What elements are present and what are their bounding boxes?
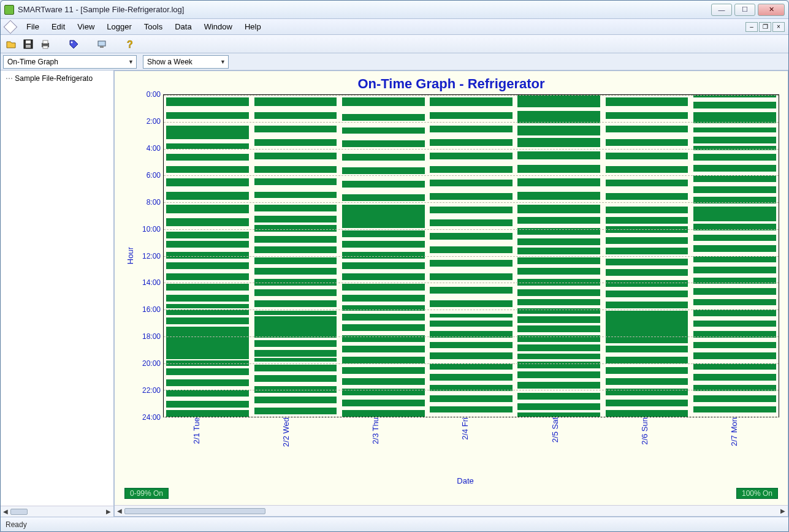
on-interval-bar [693, 102, 776, 108]
on-interval-bar [606, 193, 688, 200]
on-interval-bar [693, 154, 776, 161]
on-interval-bar [254, 192, 337, 199]
on-interval-bar [430, 193, 513, 200]
on-interval-bar [606, 207, 688, 213]
on-interval-bar [606, 269, 688, 276]
x-tick: 2/1 Tue [151, 417, 241, 477]
on-interval-bar [166, 401, 249, 408]
y-axis-label: Hour [123, 247, 135, 264]
on-interval-bar [342, 252, 425, 259]
mdi-restore-button[interactable]: ❐ [759, 22, 771, 32]
on-interval-bar [254, 311, 337, 315]
tag-icon[interactable] [68, 39, 79, 50]
gridline [164, 390, 779, 390]
on-interval-bar [517, 268, 600, 275]
chart-container: On-Time Graph - Refrigerator Hour 0:002:… [115, 71, 788, 505]
menu-file[interactable]: File [21, 21, 44, 32]
on-interval-bar [342, 140, 425, 147]
on-interval-bar [254, 246, 337, 253]
maximize-button[interactable]: ☐ [734, 4, 755, 16]
on-interval-bar [166, 390, 249, 397]
on-interval-bar [342, 167, 425, 174]
on-interval-bar [430, 260, 513, 267]
on-interval-bar [693, 146, 776, 150]
y-tick: 14:00 [142, 278, 161, 287]
graph-type-dropdown[interactable]: On-Time Graph [3, 55, 137, 69]
y-tick: 8:00 [147, 198, 161, 207]
app-menu-icon [4, 20, 18, 34]
on-interval-bar [342, 367, 425, 374]
on-interval-bar [606, 126, 688, 132]
window-title: SMARTware 11 - [Sample File-Refrigerator… [18, 5, 711, 14]
on-interval-bar [606, 248, 688, 254]
y-tick: 2:00 [147, 117, 161, 126]
on-interval-bar [342, 400, 425, 406]
on-interval-bar [606, 226, 688, 233]
on-interval-bar [254, 316, 337, 338]
main-scrollbar[interactable]: ◀▶ [115, 505, 788, 516]
on-interval-bar [606, 280, 688, 287]
on-interval-bar [342, 230, 425, 237]
print-icon[interactable] [40, 39, 51, 50]
close-button[interactable]: ✕ [758, 4, 785, 16]
open-icon[interactable] [6, 39, 17, 50]
tree-item-sample-file[interactable]: Sample File-Refrigerato [1, 70, 113, 86]
time-range-dropdown[interactable]: Show a Week [143, 55, 229, 69]
gridline [164, 417, 779, 417]
workarea: Sample File-Refrigerato ◀▶ On-Time Graph… [1, 70, 788, 517]
on-interval-bar [254, 112, 337, 119]
on-interval-bar [606, 97, 688, 105]
save-icon[interactable] [23, 39, 34, 50]
menu-help[interactable]: Help [240, 21, 266, 32]
menu-edit[interactable]: Edit [47, 21, 70, 32]
menu-view[interactable]: View [72, 21, 99, 32]
on-interval-bar [693, 186, 776, 193]
on-interval-bar [606, 410, 688, 417]
gridline [164, 310, 779, 310]
on-interval-bar [166, 112, 249, 119]
svg-rect-8 [100, 46, 104, 48]
gridline [164, 95, 779, 96]
help-icon[interactable]: ? [124, 39, 135, 50]
on-interval-bar [430, 233, 513, 240]
device-icon[interactable] [96, 39, 107, 50]
on-interval-bar [342, 357, 425, 363]
menu-tools[interactable]: Tools [139, 21, 167, 32]
on-interval-bar [254, 236, 337, 243]
on-interval-bar [430, 363, 513, 370]
on-interval-bar [166, 262, 249, 269]
mdi-minimize-button[interactable]: – [745, 22, 758, 32]
on-interval-bar [166, 143, 249, 149]
on-interval-bar [254, 350, 337, 357]
titlebar[interactable]: SMARTware 11 - [Sample File-Refrigerator… [1, 1, 788, 19]
sidebar-scrollbar[interactable]: ◀▶ [1, 506, 113, 517]
on-interval-bar [517, 316, 600, 323]
on-interval-bar [693, 207, 776, 221]
on-interval-bar [254, 397, 337, 403]
on-interval-bar [254, 139, 337, 146]
on-interval-bar [693, 245, 776, 252]
on-interval-bar [517, 299, 600, 306]
menu-window[interactable]: Window [199, 21, 237, 32]
on-interval-bar [166, 126, 249, 139]
on-interval-bar [693, 137, 776, 143]
gridline [164, 283, 779, 283]
minimize-button[interactable]: — [711, 4, 732, 16]
on-interval-bar [166, 252, 249, 259]
gridline [164, 175, 779, 176]
on-interval-bar [693, 165, 776, 172]
mdi-close-button[interactable]: × [772, 22, 785, 32]
on-interval-bar [254, 97, 337, 105]
x-tick: 2/3 Thu [331, 417, 421, 477]
on-interval-bar [430, 97, 513, 105]
on-interval-bar [254, 340, 337, 347]
on-interval-bar [342, 346, 425, 352]
on-interval-bar [166, 310, 249, 315]
on-interval-bar [517, 371, 600, 378]
on-interval-bar [517, 248, 600, 254]
menu-logger[interactable]: Logger [102, 21, 136, 32]
on-interval-bar [166, 327, 249, 359]
plot-area[interactable] [163, 94, 779, 417]
on-interval-bar [430, 395, 513, 402]
menu-data[interactable]: Data [170, 21, 196, 32]
